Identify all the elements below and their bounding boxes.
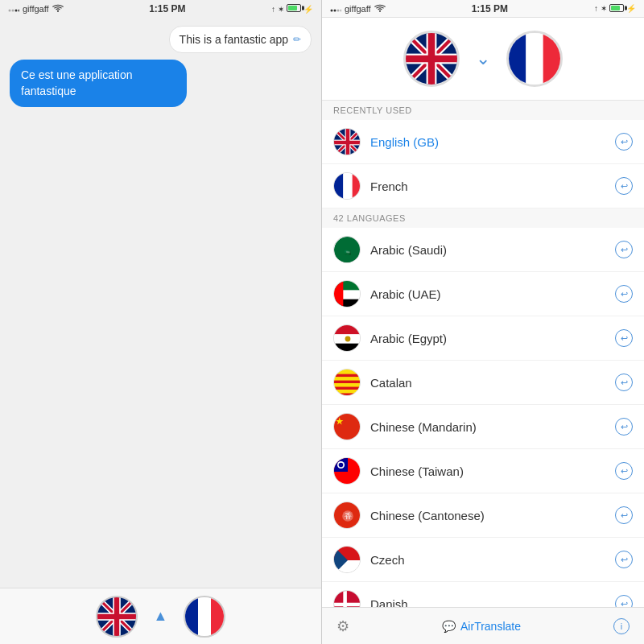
status-bar-right: giffgaff 1:15 PM ↑ ✶ ⚡ xyxy=(322,0,644,18)
time-left: 1:15 PM xyxy=(149,3,185,14)
svg-text:🇸🇦: 🇸🇦 xyxy=(345,249,352,256)
svg-rect-61 xyxy=(334,393,361,396)
lang-name-english-gb: English (GB) xyxy=(370,135,605,149)
lang-item-arabic-uae[interactable]: Arabic (UAE) ↩ xyxy=(322,272,644,316)
lang-name-catalan: Catalan xyxy=(370,376,605,390)
lang-name-danish: Danish xyxy=(370,597,605,608)
lang-item-catalan[interactable]: Catalan ↩ xyxy=(322,361,644,405)
target-flag-left[interactable] xyxy=(184,596,225,638)
carrier-name-right: giffgaff xyxy=(345,4,371,14)
svg-point-19 xyxy=(337,9,340,11)
info-icon-english-gb: ↩ xyxy=(621,137,628,147)
brand-area: 💬 AirTranslate xyxy=(442,620,521,633)
svg-rect-14 xyxy=(185,597,198,636)
lang-name-arabic-uae: Arabic (UAE) xyxy=(370,287,605,301)
brand-name[interactable]: AirTranslate xyxy=(460,620,521,633)
info-btn-arabic-saudi[interactable]: ↩ xyxy=(615,241,633,258)
svg-rect-52 xyxy=(334,281,343,308)
lang-item-arabic-egypt[interactable]: Arabic (Egypt) ↩ xyxy=(322,316,644,361)
info-icon-cz: ↩ xyxy=(621,555,628,565)
svg-point-3 xyxy=(19,10,20,12)
section-header-recent: RECENTLY USED xyxy=(322,101,644,120)
info-btn-chinese-mandarin[interactable]: ↩ xyxy=(615,418,633,436)
language-list: RECENTLY USED English (GB) ↩ xyxy=(322,101,644,607)
message-text-white: This is a fantastic app xyxy=(180,33,288,46)
svg-point-2 xyxy=(15,10,18,12)
lang-item-czech[interactable]: Czech ↩ xyxy=(322,538,644,582)
left-carrier: giffgaff xyxy=(8,4,64,14)
svg-text:香: 香 xyxy=(345,512,352,520)
brand-icon: 💬 xyxy=(442,620,456,633)
svg-rect-76 xyxy=(334,603,361,607)
svg-rect-45 xyxy=(353,173,361,200)
flag-czech xyxy=(333,546,361,573)
info-icon-toolbar: i xyxy=(621,621,622,631)
status-bar-left: giffgaff 1:15 PM ↑ ✶ ⚡ xyxy=(0,0,321,18)
info-icon-french: ↩ xyxy=(621,181,628,192)
lang-name-chinese-taiwan: Chinese (Taiwan) xyxy=(370,464,605,478)
info-btn-danish[interactable]: ↩ xyxy=(615,595,633,607)
info-icon-tw: ↩ xyxy=(621,466,628,477)
svg-rect-59 xyxy=(334,381,361,383)
bluetooth-icon-left: ✶ xyxy=(278,5,284,14)
gear-icon[interactable]: ⚙ xyxy=(336,617,349,635)
lang-item-chinese-mandarin[interactable]: Chinese (Mandarin) ↩ xyxy=(322,405,644,449)
svg-point-0 xyxy=(9,10,11,12)
info-icon-eg: ↩ xyxy=(621,333,628,344)
section-header-all: 42 LANGUAGES xyxy=(322,208,644,228)
lightning-icon-left: ⚡ xyxy=(303,5,313,14)
flag-chinese-taiwan xyxy=(333,457,361,485)
svg-point-18 xyxy=(334,9,336,11)
flag-arabic-egypt xyxy=(333,324,361,352)
info-icon-ae: ↩ xyxy=(621,289,628,299)
flag-chinese-mandarin xyxy=(333,413,361,440)
carrier-name-left: giffgaff xyxy=(23,4,49,14)
svg-rect-55 xyxy=(334,344,361,352)
swap-arrow-right[interactable]: ⌄ xyxy=(476,48,490,69)
lang-item-french[interactable]: French ↩ xyxy=(322,164,644,208)
info-button-toolbar[interactable]: i xyxy=(613,618,630,634)
lang-item-chinese-taiwan[interactable]: Chinese (Taiwan) ↩ xyxy=(322,449,644,493)
svg-rect-31 xyxy=(509,33,526,85)
lang-name-czech: Czech xyxy=(370,553,605,567)
info-btn-czech[interactable]: ↩ xyxy=(615,551,633,568)
info-btn-arabic-uae[interactable]: ↩ xyxy=(615,285,633,303)
source-flag-left[interactable] xyxy=(96,596,138,638)
info-btn-english-gb[interactable]: ↩ xyxy=(615,133,633,151)
info-btn-arabic-egypt[interactable]: ↩ xyxy=(615,329,633,347)
info-btn-catalan[interactable]: ↩ xyxy=(615,374,633,391)
swap-arrow-left[interactable]: ▲ xyxy=(154,608,168,625)
info-icon-hk: ↩ xyxy=(621,510,628,521)
svg-rect-16 xyxy=(211,597,224,636)
svg-rect-43 xyxy=(334,173,343,200)
arrow-icon-left: ↑ xyxy=(271,5,275,14)
right-carrier-info: giffgaff xyxy=(330,4,386,14)
message-white: This is a fantastic app ✏ xyxy=(169,26,312,53)
flag-arabic-saudi: 🇸🇦 xyxy=(333,236,361,263)
flag-french xyxy=(333,172,361,200)
flag-english-gb xyxy=(333,128,361,155)
info-btn-chinese-taiwan[interactable]: ↩ xyxy=(615,462,633,480)
svg-rect-15 xyxy=(198,597,211,636)
info-btn-chinese-cantonese[interactable]: ↩ xyxy=(615,506,633,524)
lang-item-chinese-cantonese[interactable]: 香 Chinese (Cantonese) ↩ xyxy=(322,493,644,538)
right-status-left: ↑ ✶ ⚡ xyxy=(271,4,313,14)
lightning-icon-right: ⚡ xyxy=(626,4,636,13)
svg-rect-44 xyxy=(343,173,352,200)
lang-item-arabic-saudi[interactable]: 🇸🇦 Arabic (Saudi) ↩ xyxy=(322,228,644,272)
lang-name-chinese-cantonese: Chinese (Cantonese) xyxy=(370,509,605,522)
info-btn-french[interactable]: ↩ xyxy=(615,177,633,195)
target-flag-right[interactable] xyxy=(506,31,563,87)
time-right: 1:15 PM xyxy=(472,3,508,14)
lang-item-danish[interactable]: Danish ↩ xyxy=(322,582,644,607)
pencil-icon[interactable]: ✏ xyxy=(293,34,301,45)
source-flag-right[interactable] xyxy=(403,31,460,87)
svg-rect-60 xyxy=(334,387,361,390)
lang-item-english-gb[interactable]: English (GB) ↩ xyxy=(322,120,644,164)
svg-rect-58 xyxy=(334,374,361,377)
svg-point-4 xyxy=(57,10,59,12)
lang-name-french: French xyxy=(370,180,605,193)
svg-point-17 xyxy=(331,9,333,11)
bottom-toolbar: ⚙ 💬 AirTranslate i xyxy=(322,607,644,644)
wifi-icon-left xyxy=(52,4,64,14)
